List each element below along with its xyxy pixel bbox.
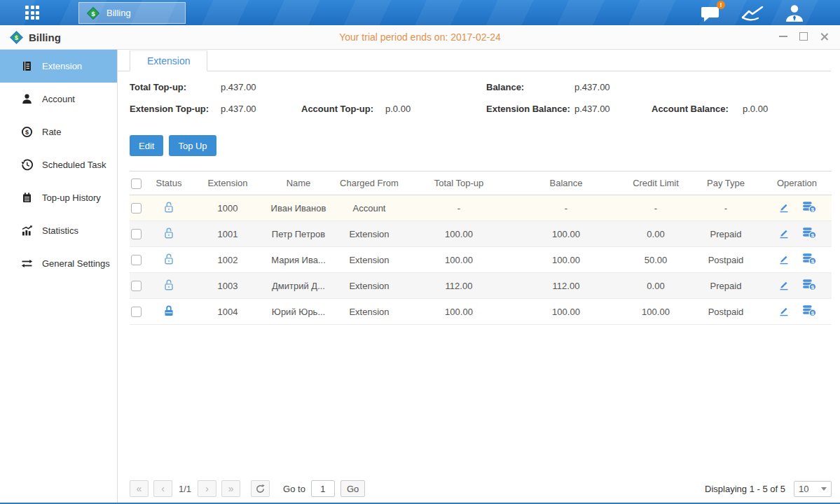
cell-pay-type: Prepaid (689, 273, 762, 299)
status-lock-icon[interactable] (162, 304, 176, 318)
top-up-button[interactable]: Top Up (169, 135, 216, 156)
prev-page-button[interactable]: ‹ (153, 480, 172, 497)
balance-label: Balance: (486, 82, 524, 92)
sidebar-item-scheduled-task[interactable]: Scheduled Task (0, 148, 117, 181)
row-checkbox[interactable] (131, 281, 142, 291)
status-lock-icon[interactable] (162, 252, 176, 266)
statistics-chart-icon[interactable] (741, 4, 764, 22)
topup-coins-icon[interactable] (802, 200, 817, 214)
cell-charged-from: Extension (331, 247, 408, 273)
edit-icon[interactable] (778, 227, 790, 239)
cell-pay-type: Prepaid (689, 221, 762, 247)
topup-coins-icon[interactable] (802, 304, 817, 317)
sidebar-item-statistics[interactable]: Statistics (0, 214, 117, 247)
sidebar-item-account[interactable]: Account (0, 83, 117, 115)
cell-charged-from: Extension (331, 299, 408, 325)
edit-icon[interactable] (778, 279, 790, 291)
edit-icon[interactable] (778, 201, 790, 214)
edit-icon[interactable] (778, 304, 790, 317)
extension-balance-label: Extension Balance: (486, 104, 570, 114)
row-checkbox[interactable] (131, 203, 142, 214)
close-button[interactable] (819, 31, 829, 41)
dollar-circle-icon: $ (21, 126, 33, 138)
row-checkbox[interactable] (131, 229, 142, 239)
page-indicator: 1/1 (179, 484, 191, 494)
sidebar-item-rate[interactable]: $ Rate (0, 115, 117, 148)
cell-credit-limit: 0.00 (622, 221, 689, 247)
person-icon (784, 4, 805, 23)
displaying-status: Displaying 1 - 5 of 5 (705, 484, 785, 494)
sidebar-item-topup-history[interactable]: Top-up History (0, 181, 117, 214)
cell-total-topup: 100.00 (408, 221, 510, 247)
col-balance[interactable]: Balance (510, 172, 622, 195)
goto-page-input[interactable] (311, 480, 335, 497)
next-page-button[interactable]: › (198, 480, 216, 497)
col-extension[interactable]: Extension (189, 172, 266, 195)
cell-extension: 1004 (189, 299, 266, 325)
window-title-bar: Billing Your trial period ends on: 2017-… (0, 25, 840, 50)
billing-app-window: Billing ! (0, 0, 840, 504)
notification-badge: ! (717, 1, 725, 9)
sidebar: Extension Account $ Rate Scheduled Task (0, 50, 118, 504)
table-row: 1004 Юрий Юрь... Extension 100.00 100.00… (130, 299, 832, 325)
sidebar-item-label: Extension (42, 61, 82, 71)
extension-balance-value: p.437.00 (574, 104, 610, 114)
lock-open-icon (162, 252, 176, 266)
edit-button[interactable]: Edit (130, 135, 163, 156)
topup-coins-icon[interactable] (802, 226, 817, 239)
col-status[interactable]: Status (149, 172, 189, 195)
status-lock-icon[interactable] (162, 226, 176, 240)
edit-icon[interactable] (778, 253, 790, 265)
cell-total-topup: 112.00 (408, 273, 510, 299)
sidebar-item-label: Rate (42, 127, 61, 137)
maximize-button[interactable] (799, 31, 808, 41)
cell-balance: 100.00 (510, 247, 622, 273)
first-page-button[interactable]: « (130, 480, 149, 497)
refresh-button[interactable] (251, 480, 270, 497)
topup-coins-icon[interactable] (802, 278, 817, 291)
cell-extension: 1002 (189, 247, 266, 273)
go-button[interactable]: Go (340, 480, 365, 497)
user-account-icon[interactable] (784, 4, 805, 23)
cell-pay-type: - (689, 195, 762, 221)
messages-icon[interactable]: ! (701, 4, 721, 22)
sidebar-item-general-settings[interactable]: General Settings (0, 247, 117, 280)
pagination-bar: « ‹ 1/1 › » Go to Go Displaying 1 - 5 of… (130, 479, 832, 498)
col-charged-from[interactable]: Charged From (331, 172, 408, 195)
cell-name: Дмитрий Д... (266, 273, 331, 299)
cell-credit-limit: - (622, 195, 689, 221)
minimize-button[interactable] (778, 31, 788, 41)
cell-balance: 100.00 (510, 299, 622, 325)
refresh-icon (255, 484, 266, 494)
topup-coins-icon[interactable] (802, 252, 817, 265)
account-topup-value: p.0.00 (385, 104, 411, 114)
tab-extension[interactable]: Extension (130, 50, 207, 71)
cell-total-topup: 100.00 (408, 299, 510, 325)
col-total-topup[interactable]: Total Top-up (408, 172, 510, 195)
page-size-value: 10 (799, 484, 808, 494)
goto-label: Go to (283, 484, 305, 494)
status-lock-icon[interactable] (162, 278, 176, 292)
row-checkbox[interactable] (131, 255, 142, 265)
billing-diamond-icon (86, 6, 100, 20)
status-lock-icon[interactable] (162, 200, 176, 214)
col-name[interactable]: Name (266, 172, 331, 195)
cell-charged-from: Account (331, 195, 408, 221)
table-row: 1002 Мария Ива... Extension 100.00 100.0… (130, 247, 832, 273)
select-all-checkbox[interactable] (131, 178, 142, 189)
cell-name: Юрий Юрь... (266, 299, 331, 325)
lock-closed-icon (162, 304, 176, 318)
col-credit-limit[interactable]: Credit Limit (622, 172, 689, 195)
cell-credit-limit: 100.00 (622, 299, 689, 325)
apps-grid-icon[interactable] (25, 6, 39, 20)
last-page-button[interactable]: » (221, 480, 240, 497)
sidebar-item-label: General Settings (42, 258, 110, 269)
cell-balance: 112.00 (510, 273, 622, 299)
table-header-row: Status Extension Name Charged From Total… (130, 172, 832, 195)
row-checkbox[interactable] (131, 307, 142, 317)
sidebar-item-extension[interactable]: Extension (0, 50, 117, 83)
page-size-select[interactable]: 10 (794, 481, 832, 497)
cell-extension: 1001 (189, 221, 266, 247)
col-pay-type[interactable]: Pay Type (689, 172, 762, 195)
billing-app-tab[interactable]: Billing (78, 2, 186, 24)
